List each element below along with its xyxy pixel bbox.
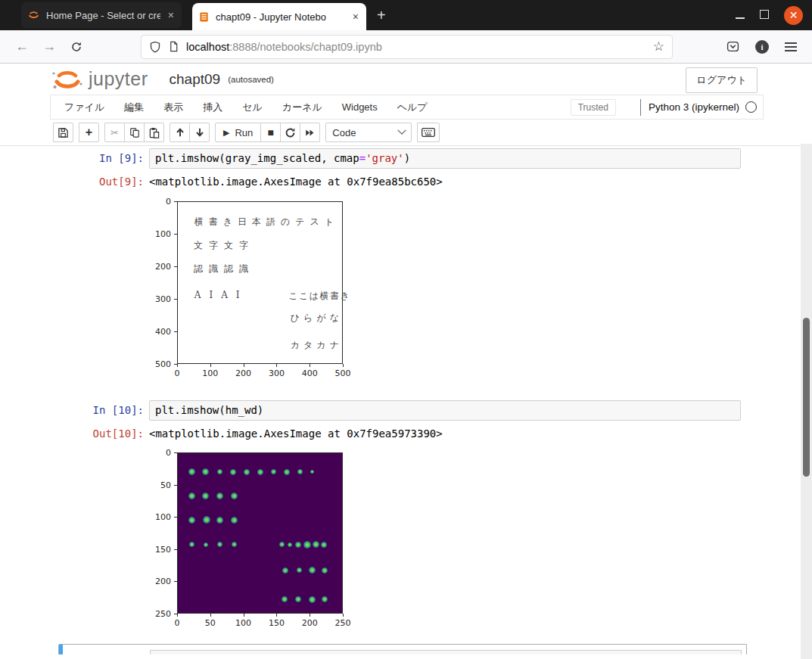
tab-title: Home Page - Select or cre [46, 10, 160, 21]
forward-button[interactable]: → [38, 36, 61, 58]
heatmap-dot [309, 596, 316, 603]
copy-cell-button[interactable] [124, 123, 145, 142]
menu-item[interactable]: セル [242, 101, 263, 114]
x-tick-label: 0 [163, 618, 191, 628]
extension-icon[interactable]: i [755, 40, 769, 54]
minimize-icon [736, 17, 745, 19]
menu-item[interactable]: ファイル [64, 101, 104, 114]
notebook-favicon-icon [198, 11, 210, 23]
figure-text: カタカナ [291, 339, 343, 352]
tab-close-icon[interactable]: × [351, 11, 360, 23]
x-tick-mark [343, 364, 344, 367]
x-tick-label: 50 [197, 618, 224, 628]
output-prompt: Out[10]: [58, 426, 149, 440]
x-tick-label: 300 [263, 368, 290, 378]
selected-cell-partial[interactable] [58, 644, 747, 654]
code-cell-in9[interactable]: In [9]: plt.imshow(gray_img_scaled, cmap… [58, 148, 812, 169]
arrow-up-icon [175, 127, 185, 138]
url-path: :8888/notebooks/chapt09.ipynb [229, 41, 382, 53]
reload-button[interactable] [65, 36, 88, 58]
code-input[interactable] [150, 650, 742, 654]
scrollbar-thumb[interactable] [803, 318, 810, 477]
heatmap-dot [231, 493, 238, 499]
jupyter-brand[interactable]: jupyter [89, 68, 148, 90]
x-tick-mark [177, 364, 178, 367]
notebook-title[interactable]: chapt09 [170, 71, 221, 88]
chevron-down-icon [398, 126, 406, 135]
output-prompt: Out[9]: [58, 174, 149, 188]
autosave-status: (autosaved) [228, 75, 274, 84]
jupyter-logo-icon[interactable] [50, 67, 85, 92]
menu-item[interactable]: カーネル [282, 101, 322, 114]
heatmap-dot [217, 469, 222, 474]
heatmap-dot [288, 542, 292, 547]
address-bar[interactable]: localhost:8888/notebooks/chapt09.ipynb ☆ [141, 35, 673, 59]
heatmap-dot [231, 517, 238, 524]
bookmark-star-icon[interactable]: ☆ [653, 39, 664, 54]
page-info-icon[interactable] [168, 41, 179, 52]
add-cell-button[interactable]: + [79, 123, 99, 142]
pocket-icon[interactable] [726, 40, 739, 53]
stop-icon: ■ [268, 127, 274, 138]
minimize-button[interactable] [736, 8, 745, 22]
x-tick-label: 200 [296, 618, 323, 628]
figure-axes [177, 452, 343, 614]
command-palette-button[interactable] [417, 123, 440, 142]
keyboard-icon [422, 128, 435, 137]
browser-navbar: ← → localhost:8888/notebooks/chapt09.ipy… [0, 30, 812, 64]
figure-text: 文字文字 [194, 239, 254, 252]
code-input[interactable]: plt.imshow(gray_img_scaled, cmap='gray') [149, 148, 741, 169]
menu-item[interactable]: Widgets [342, 101, 378, 113]
back-button[interactable]: ← [11, 36, 33, 58]
heatmap-dot [204, 542, 208, 547]
tracking-shield-icon[interactable] [149, 41, 161, 53]
close-button[interactable]: ✕ [784, 6, 803, 25]
run-label: Run [235, 127, 253, 138]
y-tick-mark [174, 201, 177, 202]
logout-button[interactable]: ログアウト [686, 67, 758, 93]
y-tick-label: 200 [148, 262, 171, 272]
move-cell-up-button[interactable] [170, 123, 190, 142]
menu-item[interactable]: 編集 [124, 101, 144, 114]
new-tab-button[interactable]: + [377, 7, 386, 24]
heatmap-dot [188, 517, 195, 524]
url-host: localhost [186, 41, 229, 53]
interrupt-kernel-button[interactable]: ■ [260, 123, 281, 142]
cut-cell-button[interactable]: ✂ [104, 123, 125, 142]
paste-cell-button[interactable] [144, 123, 164, 142]
x-tick-label: 500 [329, 368, 356, 378]
output-text: <matplotlib.image.AxesImage at 0x7f9ea59… [149, 426, 443, 440]
copy-icon [129, 127, 140, 138]
move-cell-down-button[interactable] [189, 123, 210, 142]
menu-item[interactable]: ヘルプ [397, 101, 428, 114]
run-button[interactable]: ▶ Run [215, 123, 261, 142]
restart-run-all-button[interactable] [300, 123, 320, 142]
menu-hamburger-icon[interactable] [785, 40, 797, 54]
x-tick-label: 400 [296, 368, 323, 378]
code-input[interactable]: plt.imshow(hm_wd) [149, 400, 741, 421]
heatmap-dot [297, 469, 303, 474]
url-text[interactable]: localhost:8888/notebooks/chapt09.ipynb [186, 41, 382, 53]
figure-text: 認識認識 [194, 263, 254, 275]
paste-icon [148, 127, 160, 138]
x-tick-label: 100 [197, 368, 224, 378]
code-cell-in10[interactable]: In [10]: plt.imshow(hm_wd) [58, 400, 812, 421]
heatmap-dot [244, 469, 250, 475]
tab-close-icon[interactable]: × [166, 9, 176, 21]
tab-chapt09-active[interactable]: chapt09 - Jupyter Notebo × [192, 3, 366, 30]
figure-heatmap: 050100150200250050100150200250 [58, 446, 812, 632]
heatmap-dot [202, 493, 209, 499]
x-tick-label: 200 [230, 368, 257, 378]
save-button[interactable] [53, 123, 73, 142]
maximize-button[interactable] [760, 8, 769, 22]
tab-home-page[interactable]: Home Page - Select or cre × [21, 2, 182, 28]
menu-item[interactable]: 表示 [163, 101, 183, 114]
menu-item[interactable]: 挿入 [203, 101, 222, 114]
input-prompt: In [9]: [58, 148, 149, 169]
restart-kernel-button[interactable] [280, 123, 300, 142]
toolbar: + ✂ [0, 120, 812, 145]
cell-type-dropdown[interactable]: Code [325, 123, 412, 142]
menubar-wrap: ファイル編集表示挿入セルカーネルWidgetsヘルプ Trusted Pytho… [0, 95, 812, 120]
page-scrollbar[interactable] [801, 144, 812, 659]
menubar: ファイル編集表示挿入セルカーネルWidgetsヘルプ Trusted Pytho… [50, 95, 764, 120]
